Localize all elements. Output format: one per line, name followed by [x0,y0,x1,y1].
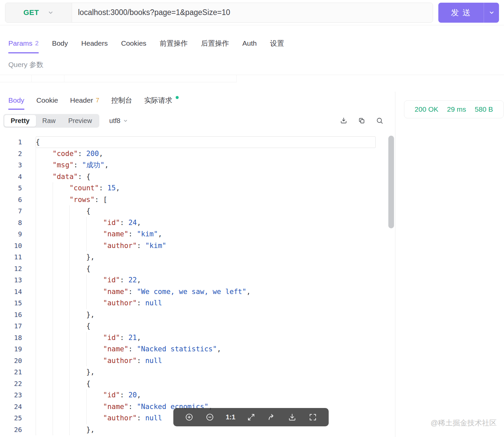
response-tab-header-label: Header [70,96,93,104]
indent-guide [36,389,53,401]
params-table-cell[interactable] [0,75,32,82]
indent-guide [69,412,86,424]
line-number: 5 [0,182,22,194]
method-select[interactable]: GET [5,3,72,22]
indent-guide [36,297,53,309]
line-content: "name": "We come, we saw, we left", [36,286,376,298]
indent-guide [69,401,86,413]
url-group: GET [5,3,433,23]
code-line-9: 9"name": "kim", [0,228,395,240]
view-mode-pretty[interactable]: Pretty [4,115,36,127]
indent-guide [53,228,70,240]
url-input[interactable] [72,3,433,22]
line-content: "id": 22, [36,274,376,286]
indent-guide [36,320,53,332]
view-mode-preview[interactable]: Preview [62,115,98,127]
request-tab-auth[interactable]: Auth [242,34,257,53]
code-line-5: 5"count": 15, [0,182,395,194]
request-tab-headers[interactable]: Headers [81,34,108,53]
indent-guide [69,228,86,240]
line-content: "author": "kim" [36,240,376,252]
request-tab-body[interactable]: Body [52,34,68,53]
indent-guide [36,251,53,263]
code-line-21: 21}, [0,366,395,378]
line-number: 1 [0,136,22,148]
code-line-6: 6"rows": [ [0,194,395,206]
zoom-out-button[interactable] [205,413,214,422]
indent-guide [86,240,103,252]
indent-guide [36,205,53,217]
response-tab-header[interactable]: Header7 [70,92,99,110]
request-tab-params-label: Params [8,39,32,47]
response-tab-actual-request[interactable]: 实际请求 [144,92,179,110]
request-tab-post-ops-label: 后置操作 [201,39,229,48]
line-number: 13 [0,274,22,286]
zoom-reset-button[interactable]: 1:1 [226,413,235,421]
line-content: "id": 24, [36,217,376,229]
code-line-1: 1{ [0,136,395,148]
line-content: { [36,205,376,217]
response-meta-panel: 200 OK 29 ms 580 B [395,92,504,437]
indent-guide [53,309,70,321]
code-lines: 1{2"code": 200,3"msg": "成功",4"data": {5"… [0,134,395,435]
request-success-dot [176,96,179,99]
query-params-section-label: Query 参数 [0,60,504,69]
code-line-23: 23"id": 20, [0,389,395,401]
response-tab-cookie[interactable]: Cookie [36,92,58,110]
line-content: "count": 15, [36,182,376,194]
request-tab-post-ops[interactable]: 后置操作 [201,34,229,53]
send-button[interactable]: 发 送 [438,3,499,23]
indent-guide [53,389,70,401]
download-icon [340,117,348,125]
request-tab-cookies[interactable]: Cookies [121,34,146,53]
params-table-cell[interactable] [64,75,237,82]
code-line-3: 3"msg": "成功", [0,159,395,171]
line-number: 14 [0,286,22,298]
forward-button[interactable] [267,413,276,422]
status-size: 580 B [475,105,493,113]
fullscreen-button[interactable] [308,413,317,422]
indent-guide [53,205,70,217]
line-number: 15 [0,297,22,309]
response-tab-body[interactable]: Body [8,92,24,110]
search-response-button[interactable] [376,117,384,125]
request-tab-pre-ops[interactable]: 前置操作 [160,34,188,53]
line-content: { [36,378,376,390]
indent-guide [69,274,86,286]
save-response-button[interactable] [340,117,348,125]
response-tab-actual-request-label: 实际请求 [144,96,172,105]
api-client-window: GET 发 送 Params2BodyHeadersCookies前置操作后置操… [0,0,504,437]
editor-scrollbar[interactable] [388,136,394,228]
copy-response-button[interactable] [358,117,366,125]
response-tab-console[interactable]: 控制台 [111,92,132,110]
response-tabs: BodyCookieHeader7控制台实际请求 [0,92,395,110]
request-tab-settings[interactable]: 设置 [270,34,284,53]
indent-guide [69,332,86,344]
zoom-in-icon [185,413,194,422]
response-action-icons [340,117,384,125]
indent-guide [53,424,70,436]
request-tab-params[interactable]: Params2 [8,34,39,53]
view-mode-raw[interactable]: Raw [36,115,62,127]
send-options-chevron-icon[interactable] [484,3,499,23]
forward-arrow-icon [267,413,276,422]
expand-button[interactable] [247,413,256,422]
indent-guide [69,297,86,309]
tab-badge: 7 [96,97,99,104]
indent-guide [36,148,53,160]
zoom-in-button[interactable] [185,413,194,422]
params-table-cell[interactable] [32,75,64,82]
encoding-select[interactable]: utf8 [109,117,128,125]
code-line-19: 19"name": "Nacked statistics", [0,343,395,355]
download-image-button[interactable] [288,413,297,422]
request-tab-cookies-label: Cookies [121,39,146,47]
indent-guide [69,263,86,275]
indent-guide [36,309,53,321]
line-number: 12 [0,263,22,275]
response-tab-cookie-label: Cookie [36,96,58,104]
indent-guide [86,228,103,240]
indent-guide [86,332,103,344]
line-number: 10 [0,240,22,252]
line-number: 23 [0,389,22,401]
line-content: { [36,263,376,275]
